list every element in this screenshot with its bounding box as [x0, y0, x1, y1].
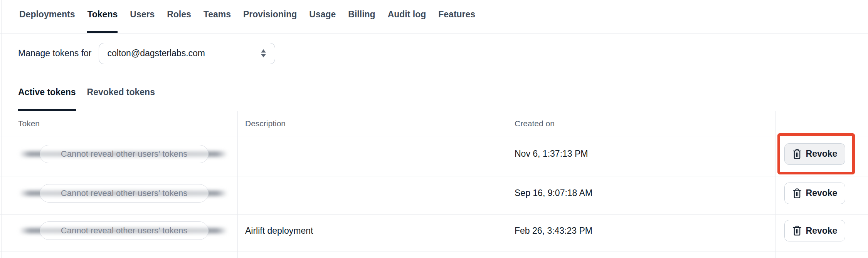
settings-tab-bar: Deployments Tokens Users Roles Teams Pro… — [0, 0, 868, 34]
column-header-actions — [775, 111, 868, 136]
column-header-token: Token — [0, 111, 238, 136]
table-row-partial — [0, 251, 868, 258]
manage-tokens-section: Manage tokens for colton@dagsterlabs.com — [0, 34, 868, 73]
manage-tokens-label: Manage tokens for — [18, 48, 92, 59]
tab-tokens[interactable]: Tokens — [87, 0, 118, 29]
tab-deployments[interactable]: Deployments — [19, 0, 75, 29]
tab-features[interactable]: Features — [438, 0, 475, 29]
revoke-button[interactable]: Revoke — [784, 143, 845, 165]
trash-icon — [792, 226, 802, 236]
sort-arrows-icon — [261, 49, 266, 58]
table-header-row: Token Description Created on — [0, 111, 868, 136]
tab-roles[interactable]: Roles — [167, 0, 191, 29]
redacted-token-pill: Cannot reveal other users' tokens — [40, 221, 209, 240]
active-tokens-table: Token Description Created on Cannot reve… — [0, 111, 868, 258]
column-header-description: Description — [238, 111, 506, 136]
table-row: Cannot reveal other users' tokens Nov 6,… — [0, 136, 868, 176]
created-on-cell: Feb 26, 3:43:23 PM — [506, 215, 775, 251]
active-tab-underline — [87, 31, 118, 33]
trash-icon — [792, 188, 802, 198]
tab-active-tokens[interactable]: Active tokens — [18, 74, 76, 111]
tab-revoked-tokens[interactable]: Revoked tokens — [87, 74, 155, 111]
redacted-token-pill: Cannot reveal other users' tokens — [40, 145, 209, 163]
token-status-tab-bar: Active tokens Revoked tokens — [0, 74, 868, 111]
user-select-value: colton@dagsterlabs.com — [108, 48, 261, 59]
redacted-token: Cannot reveal other users' tokens — [19, 183, 227, 204]
column-header-created-on: Created on — [506, 111, 775, 136]
created-on-cell: Nov 6, 1:37:13 PM — [506, 136, 775, 176]
description-cell: Airlift deployment — [238, 215, 506, 251]
tab-users[interactable]: Users — [130, 0, 155, 29]
user-select[interactable]: colton@dagsterlabs.com — [99, 43, 275, 64]
tab-provisioning[interactable]: Provisioning — [243, 0, 297, 29]
revoke-button[interactable]: Revoke — [784, 220, 845, 241]
created-on-cell: Sep 16, 9:07:18 AM — [506, 176, 775, 214]
tab-usage[interactable]: Usage — [309, 0, 336, 29]
redacted-token: Cannot reveal other users' tokens — [19, 143, 227, 165]
redacted-token: Cannot reveal other users' tokens — [19, 220, 227, 241]
table-row: Cannot reveal other users' tokens Airlif… — [0, 215, 868, 251]
tab-teams[interactable]: Teams — [204, 0, 231, 29]
tab-billing[interactable]: Billing — [348, 0, 375, 29]
redacted-token-pill: Cannot reveal other users' tokens — [40, 184, 209, 203]
tokens-settings-page: Deployments Tokens Users Roles Teams Pro… — [0, 0, 868, 258]
trash-icon — [792, 149, 802, 159]
description-cell — [238, 136, 506, 176]
description-cell — [238, 176, 506, 214]
table-row: Cannot reveal other users' tokens Sep 16… — [0, 176, 868, 215]
tab-audit-log[interactable]: Audit log — [388, 0, 426, 29]
revoke-button[interactable]: Revoke — [784, 183, 845, 204]
